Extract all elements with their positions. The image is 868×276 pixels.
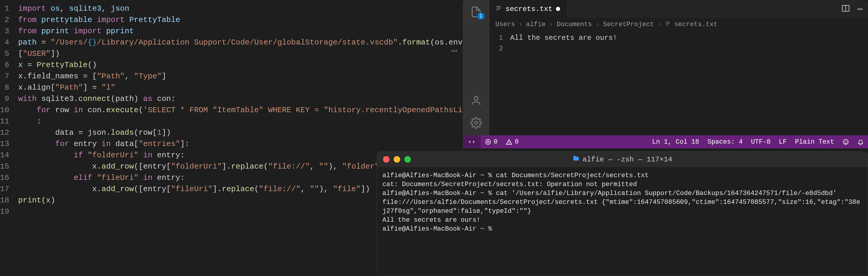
breadcrumb-segment[interactable]: Documents bbox=[557, 21, 592, 28]
chevron-right-icon: › bbox=[657, 21, 661, 28]
activity-bar: 1 bbox=[463, 0, 490, 135]
code-line: x = PrettyTable() bbox=[18, 59, 486, 71]
svg-point-15 bbox=[843, 140, 848, 145]
vscode-window: 1 secrets.txt bbox=[463, 0, 868, 148]
status-indentation[interactable]: Spaces: 4 bbox=[703, 138, 747, 146]
text-file-icon bbox=[665, 21, 671, 29]
svg-point-0 bbox=[474, 96, 478, 100]
code-line: for row in con.execute('SELECT * FROM "I… bbox=[18, 104, 486, 116]
chevron-right-icon: › bbox=[549, 21, 553, 28]
status-eol[interactable]: LF bbox=[775, 138, 791, 146]
status-encoding[interactable]: UTF-8 bbox=[747, 138, 775, 146]
notifications-bell-icon[interactable] bbox=[853, 139, 868, 145]
left-line-gutter: 12345678910111213141516171819 bbox=[0, 0, 18, 276]
tab-secrets-txt[interactable]: secrets.txt bbox=[490, 0, 566, 18]
svg-point-1 bbox=[475, 121, 477, 124]
status-cursor-position[interactable]: Ln 1, Col 18 bbox=[648, 138, 703, 146]
chevron-right-icon: › bbox=[519, 21, 522, 28]
svg-point-14 bbox=[509, 143, 509, 144]
explorer-icon[interactable]: 1 bbox=[470, 5, 483, 19]
split-editor-icon[interactable] bbox=[841, 4, 850, 14]
terminal-folder-icon bbox=[572, 155, 580, 164]
terminal-titlebar: alfie — -zsh — 117×14 bbox=[377, 152, 868, 167]
feedback-icon[interactable] bbox=[838, 139, 853, 145]
code-line: from prettytable import PrettyTable bbox=[18, 14, 486, 26]
explorer-badge: 1 bbox=[477, 12, 485, 20]
settings-gear-icon[interactable] bbox=[470, 116, 483, 129]
code-line: with sqlite3.connect(path) as con: bbox=[18, 93, 486, 104]
code-line: from pprint import pprint bbox=[18, 26, 486, 37]
breadcrumb-segment[interactable]: Users bbox=[495, 21, 515, 28]
terminal-content[interactable]: alfie@Alfies-MacBook-Air ~ % cat Documen… bbox=[377, 167, 868, 276]
terminal-window: alfie — -zsh — 117×14 alfie@Alfies-MacBo… bbox=[377, 151, 868, 276]
remote-indicator-icon[interactable] bbox=[463, 135, 480, 148]
code-line: path = "/Users/{}/Library/Application Su… bbox=[18, 37, 486, 48]
more-actions-icon[interactable]: ⋯ bbox=[857, 4, 863, 14]
editor-gutter: 12 bbox=[490, 31, 510, 135]
code-line: x.field_names = ["Path", "Type"] bbox=[18, 71, 486, 82]
overflow-menu-icon[interactable]: ⋯ bbox=[452, 44, 459, 57]
breadcrumb-segment[interactable]: alfie bbox=[526, 21, 546, 28]
status-language-mode[interactable]: Plain Text bbox=[791, 138, 838, 146]
svg-point-16 bbox=[845, 141, 845, 142]
accounts-icon[interactable] bbox=[470, 94, 483, 107]
terminal-title: alfie — -zsh — 117×14 bbox=[583, 155, 672, 163]
breadcrumbs[interactable]: Users›alfie›Documents›SecretProject›secr… bbox=[490, 18, 868, 31]
status-bar: 0 0 Ln 1, Col 18 Spaces: 4 UTF-8 LF Plai… bbox=[463, 135, 868, 148]
chevron-right-icon: › bbox=[595, 21, 599, 28]
editor-tabs: secrets.txt ⋯ bbox=[490, 0, 868, 18]
svg-point-17 bbox=[846, 141, 847, 142]
tab-dirty-indicator-icon bbox=[556, 7, 560, 11]
code-line: x.align["Path"] = "l" bbox=[18, 82, 486, 93]
text-file-icon bbox=[495, 5, 502, 13]
code-line: ["USER"]) bbox=[18, 48, 486, 59]
editor-content[interactable]: All the secrets are ours! bbox=[510, 31, 868, 135]
code-line: : bbox=[18, 116, 486, 127]
breadcrumb-segment[interactable]: SecretProject bbox=[603, 21, 654, 28]
code-line: import os, sqlite3, json bbox=[18, 3, 486, 14]
problems-errors[interactable]: 0 bbox=[480, 138, 502, 146]
tab-filename: secrets.txt bbox=[505, 5, 552, 13]
code-line: data = json.loads(row[1]) bbox=[18, 127, 486, 138]
breadcrumb-segment[interactable]: secrets.txt bbox=[674, 21, 717, 28]
problems-warnings[interactable]: 0 bbox=[502, 138, 523, 146]
code-line: for entry in data["entries"]: bbox=[18, 138, 486, 150]
